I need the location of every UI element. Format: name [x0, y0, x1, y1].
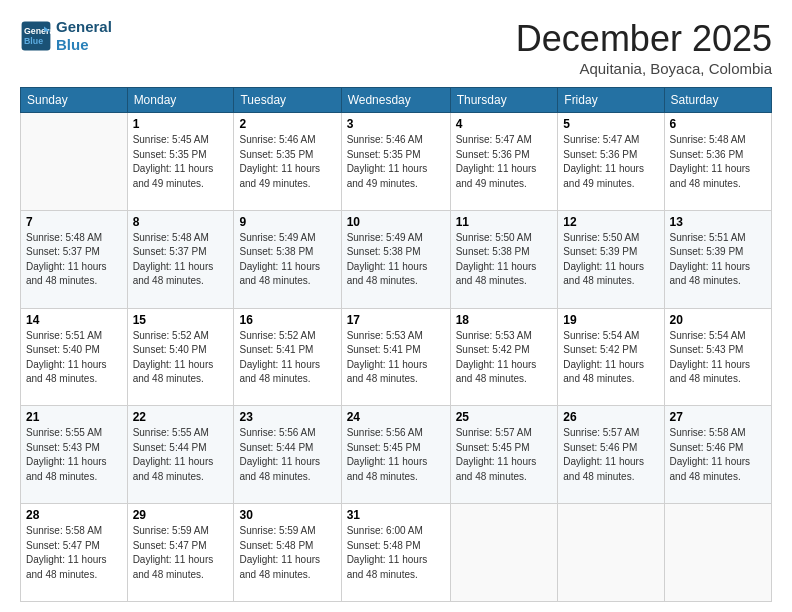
table-cell: [450, 504, 558, 602]
day-info: Sunrise: 5:52 AM Sunset: 5:40 PM Dayligh…: [133, 329, 229, 387]
day-info: Sunrise: 5:48 AM Sunset: 5:37 PM Dayligh…: [26, 231, 122, 289]
day-number: 18: [456, 313, 553, 327]
table-cell: 6Sunrise: 5:48 AM Sunset: 5:36 PM Daylig…: [664, 113, 771, 211]
header-sunday: Sunday: [21, 88, 128, 113]
table-cell: 21Sunrise: 5:55 AM Sunset: 5:43 PM Dayli…: [21, 406, 128, 504]
header-monday: Monday: [127, 88, 234, 113]
table-cell: [664, 504, 771, 602]
week-row-4: 28Sunrise: 5:58 AM Sunset: 5:47 PM Dayli…: [21, 504, 772, 602]
day-number: 13: [670, 215, 766, 229]
day-number: 30: [239, 508, 335, 522]
header: General Blue General Blue December 2025 …: [20, 18, 772, 77]
day-number: 11: [456, 215, 553, 229]
day-number: 19: [563, 313, 658, 327]
header-thursday: Thursday: [450, 88, 558, 113]
title-area: December 2025 Aquitania, Boyaca, Colombi…: [516, 18, 772, 77]
header-wednesday: Wednesday: [341, 88, 450, 113]
table-cell: 7Sunrise: 5:48 AM Sunset: 5:37 PM Daylig…: [21, 210, 128, 308]
day-number: 14: [26, 313, 122, 327]
table-cell: [21, 113, 128, 211]
svg-text:Blue: Blue: [24, 36, 43, 46]
day-number: 6: [670, 117, 766, 131]
table-cell: 16Sunrise: 5:52 AM Sunset: 5:41 PM Dayli…: [234, 308, 341, 406]
day-number: 3: [347, 117, 445, 131]
month-title: December 2025: [516, 18, 772, 60]
day-number: 16: [239, 313, 335, 327]
day-number: 8: [133, 215, 229, 229]
table-cell: 5Sunrise: 5:47 AM Sunset: 5:36 PM Daylig…: [558, 113, 664, 211]
day-number: 25: [456, 410, 553, 424]
logo-text-line2: Blue: [56, 36, 112, 54]
day-info: Sunrise: 5:49 AM Sunset: 5:38 PM Dayligh…: [347, 231, 445, 289]
day-info: Sunrise: 5:55 AM Sunset: 5:44 PM Dayligh…: [133, 426, 229, 484]
day-info: Sunrise: 5:59 AM Sunset: 5:48 PM Dayligh…: [239, 524, 335, 582]
day-info: Sunrise: 5:50 AM Sunset: 5:38 PM Dayligh…: [456, 231, 553, 289]
table-cell: 19Sunrise: 5:54 AM Sunset: 5:42 PM Dayli…: [558, 308, 664, 406]
table-cell: 23Sunrise: 5:56 AM Sunset: 5:44 PM Dayli…: [234, 406, 341, 504]
day-number: 22: [133, 410, 229, 424]
day-info: Sunrise: 5:51 AM Sunset: 5:39 PM Dayligh…: [670, 231, 766, 289]
day-info: Sunrise: 5:46 AM Sunset: 5:35 PM Dayligh…: [347, 133, 445, 191]
table-cell: 25Sunrise: 5:57 AM Sunset: 5:45 PM Dayli…: [450, 406, 558, 504]
svg-text:General: General: [24, 26, 52, 36]
table-cell: 28Sunrise: 5:58 AM Sunset: 5:47 PM Dayli…: [21, 504, 128, 602]
day-number: 29: [133, 508, 229, 522]
logo: General Blue General Blue: [20, 18, 112, 54]
day-info: Sunrise: 5:47 AM Sunset: 5:36 PM Dayligh…: [456, 133, 553, 191]
day-info: Sunrise: 5:56 AM Sunset: 5:44 PM Dayligh…: [239, 426, 335, 484]
day-number: 12: [563, 215, 658, 229]
logo-text-line1: General: [56, 18, 112, 36]
table-cell: 13Sunrise: 5:51 AM Sunset: 5:39 PM Dayli…: [664, 210, 771, 308]
day-info: Sunrise: 5:58 AM Sunset: 5:47 PM Dayligh…: [26, 524, 122, 582]
table-cell: 22Sunrise: 5:55 AM Sunset: 5:44 PM Dayli…: [127, 406, 234, 504]
week-row-0: 1Sunrise: 5:45 AM Sunset: 5:35 PM Daylig…: [21, 113, 772, 211]
day-number: 5: [563, 117, 658, 131]
day-info: Sunrise: 5:55 AM Sunset: 5:43 PM Dayligh…: [26, 426, 122, 484]
table-cell: 12Sunrise: 5:50 AM Sunset: 5:39 PM Dayli…: [558, 210, 664, 308]
day-info: Sunrise: 5:48 AM Sunset: 5:36 PM Dayligh…: [670, 133, 766, 191]
day-info: Sunrise: 5:57 AM Sunset: 5:45 PM Dayligh…: [456, 426, 553, 484]
table-cell: 29Sunrise: 5:59 AM Sunset: 5:47 PM Dayli…: [127, 504, 234, 602]
table-cell: 14Sunrise: 5:51 AM Sunset: 5:40 PM Dayli…: [21, 308, 128, 406]
day-info: Sunrise: 5:45 AM Sunset: 5:35 PM Dayligh…: [133, 133, 229, 191]
subtitle: Aquitania, Boyaca, Colombia: [516, 60, 772, 77]
day-info: Sunrise: 5:54 AM Sunset: 5:43 PM Dayligh…: [670, 329, 766, 387]
week-row-1: 7Sunrise: 5:48 AM Sunset: 5:37 PM Daylig…: [21, 210, 772, 308]
day-info: Sunrise: 5:48 AM Sunset: 5:37 PM Dayligh…: [133, 231, 229, 289]
table-cell: 2Sunrise: 5:46 AM Sunset: 5:35 PM Daylig…: [234, 113, 341, 211]
week-row-2: 14Sunrise: 5:51 AM Sunset: 5:40 PM Dayli…: [21, 308, 772, 406]
table-cell: 30Sunrise: 5:59 AM Sunset: 5:48 PM Dayli…: [234, 504, 341, 602]
day-number: 2: [239, 117, 335, 131]
table-cell: 20Sunrise: 5:54 AM Sunset: 5:43 PM Dayli…: [664, 308, 771, 406]
table-cell: 27Sunrise: 5:58 AM Sunset: 5:46 PM Dayli…: [664, 406, 771, 504]
table-cell: 31Sunrise: 6:00 AM Sunset: 5:48 PM Dayli…: [341, 504, 450, 602]
day-number: 21: [26, 410, 122, 424]
table-cell: 26Sunrise: 5:57 AM Sunset: 5:46 PM Dayli…: [558, 406, 664, 504]
day-info: Sunrise: 6:00 AM Sunset: 5:48 PM Dayligh…: [347, 524, 445, 582]
day-number: 4: [456, 117, 553, 131]
day-info: Sunrise: 5:59 AM Sunset: 5:47 PM Dayligh…: [133, 524, 229, 582]
header-tuesday: Tuesday: [234, 88, 341, 113]
header-saturday: Saturday: [664, 88, 771, 113]
day-info: Sunrise: 5:57 AM Sunset: 5:46 PM Dayligh…: [563, 426, 658, 484]
header-friday: Friday: [558, 88, 664, 113]
day-number: 27: [670, 410, 766, 424]
day-number: 24: [347, 410, 445, 424]
day-number: 31: [347, 508, 445, 522]
table-cell: 8Sunrise: 5:48 AM Sunset: 5:37 PM Daylig…: [127, 210, 234, 308]
day-info: Sunrise: 5:47 AM Sunset: 5:36 PM Dayligh…: [563, 133, 658, 191]
calendar-table: Sunday Monday Tuesday Wednesday Thursday…: [20, 87, 772, 602]
day-info: Sunrise: 5:56 AM Sunset: 5:45 PM Dayligh…: [347, 426, 445, 484]
day-info: Sunrise: 5:49 AM Sunset: 5:38 PM Dayligh…: [239, 231, 335, 289]
page: General Blue General Blue December 2025 …: [0, 0, 792, 612]
day-info: Sunrise: 5:58 AM Sunset: 5:46 PM Dayligh…: [670, 426, 766, 484]
day-number: 10: [347, 215, 445, 229]
table-cell: 24Sunrise: 5:56 AM Sunset: 5:45 PM Dayli…: [341, 406, 450, 504]
table-cell: 15Sunrise: 5:52 AM Sunset: 5:40 PM Dayli…: [127, 308, 234, 406]
day-number: 28: [26, 508, 122, 522]
day-number: 15: [133, 313, 229, 327]
day-number: 1: [133, 117, 229, 131]
day-number: 9: [239, 215, 335, 229]
table-cell: 11Sunrise: 5:50 AM Sunset: 5:38 PM Dayli…: [450, 210, 558, 308]
week-row-3: 21Sunrise: 5:55 AM Sunset: 5:43 PM Dayli…: [21, 406, 772, 504]
